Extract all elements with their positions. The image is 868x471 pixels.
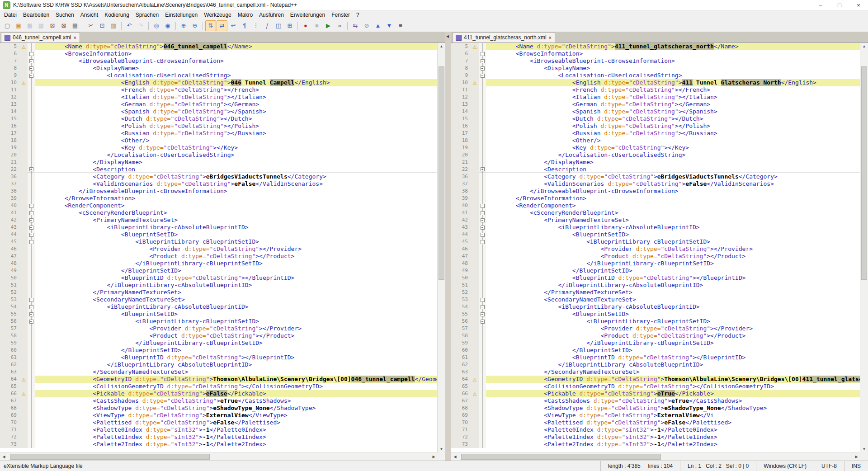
replace-button[interactable]: ◉ [162,20,173,31]
maximize-button[interactable]: □ [830,0,849,10]
save-button[interactable]: ▦ [24,20,35,31]
code-text[interactable]: <CollisionGeometryID d:type="cDeltaStrin… [486,383,860,390]
word-wrap-button[interactable]: ↩ [228,20,239,31]
fold-margin[interactable]: + [479,166,486,173]
code-text[interactable]: <Polish d:type="cDeltaString"></Polish> [486,122,860,130]
code-text[interactable]: <BlueprintSetID> [35,311,438,318]
fold-expand-box[interactable]: + [29,167,33,171]
redo-button[interactable]: ↷ [135,20,146,31]
code-text[interactable]: <Localisation-cUserLocalisedString> [486,72,860,79]
code-text[interactable]: <Key d:type="cDeltaString"></Key> [35,144,438,151]
tab-close-icon[interactable]: × [549,35,552,40]
code-text[interactable]: <Category d:type="cDeltaString">eBridges… [486,173,860,180]
compare-button[interactable]: ⇆ [350,20,361,31]
menu-item-ansicht[interactable]: Ansicht [77,11,101,19]
code-text[interactable]: <Provider d:type="cDeltaString"></Provid… [35,325,438,332]
scroll-right-button[interactable]: ▶ [853,453,860,461]
fold-collapse-box[interactable]: − [29,320,33,324]
scroll-left-button[interactable]: ◀ [451,453,459,461]
code-text[interactable]: <Italian d:type="cDeltaString"></Italian… [35,94,438,101]
scroll-down-button[interactable]: ▼ [438,446,445,453]
code-text[interactable]: <iBlueprintLibrary-cBlueprintSetID> [35,318,438,325]
code-text[interactable]: <Key d:type="cDeltaString"></Key> [486,144,860,151]
fold-collapse-box[interactable]: − [481,218,485,222]
fold-margin[interactable]: + [28,166,35,173]
code-text[interactable]: <GeometryID d:type="cDeltaString">Thomso… [35,376,438,383]
code-text[interactable]: <cSceneryRenderBlueprint> [486,209,860,217]
code-text[interactable]: <ViewType d:type="cDeltaString">External… [486,412,860,419]
code-text[interactable]: <Category d:type="cDeltaString">eBridges… [35,173,438,180]
horizontal-scrollbar-left[interactable]: ◀ ▶ [0,452,438,461]
code-text[interactable]: <iBrowseableBlueprint-cBrowseInformation… [486,57,860,65]
code-text[interactable]: <Polish d:type="cDeltaString"></Polish> [35,122,438,130]
code-text[interactable]: <Palette2Index d:type="sInt32">-1</Palet… [35,441,438,448]
code-text[interactable]: <Palettised d:type="cDeltaString">eFalse… [35,419,438,426]
close-window-button[interactable]: × [849,0,868,10]
code-text[interactable]: </SecondaryNamedTextureSet> [35,368,438,376]
code-text[interactable]: </Localisation-cUserLocalisedString> [35,151,438,159]
code-text[interactable]: <GeometryID d:type="cDeltaString">Thomso… [486,376,860,383]
code-text[interactable]: <Other/> [35,137,438,144]
fold-margin[interactable]: − [479,318,486,325]
new-file-button[interactable]: ▢ [2,20,13,31]
macro-play-button[interactable]: ▶ [323,20,334,31]
fold-margin[interactable]: − [28,57,35,65]
fold-margin[interactable]: − [479,72,486,79]
fold-collapse-box[interactable]: − [29,59,33,63]
code-text[interactable]: <Palette0Index d:type="sInt32">-1</Palet… [35,426,438,433]
fold-collapse-box[interactable]: − [481,312,485,316]
pane-splitter[interactable]: ◀ [445,32,451,461]
code-text[interactable]: </iBrowseableBlueprint-cBrowseInformatio… [35,188,438,195]
fold-collapse-box[interactable]: − [481,233,485,237]
fold-collapse-box[interactable]: − [29,312,33,316]
menu-item-werkzeuge[interactable]: Werkzeuge [201,11,234,19]
fold-expand-box[interactable]: + [481,167,485,171]
code-area-left[interactable]: 5⚠ <Name d:type="cDeltaString">046_tunne… [0,43,438,453]
code-text[interactable]: <Name d:type="cDeltaString">411_tunnel_g… [486,43,860,50]
code-text[interactable]: <BlueprintID d:type="cDeltaString"></Blu… [486,274,860,282]
code-text[interactable]: </iBlueprintLibrary-cAbsoluteBlueprintID… [35,361,438,368]
menu-item-sprachen[interactable]: Sprachen [132,11,162,19]
code-text[interactable]: </DisplayName> [486,159,860,166]
scrollbar-thumb[interactable] [10,454,210,460]
menu-item-einstellungen[interactable]: Einstellungen [162,11,201,19]
splitter-collapse-icon[interactable]: ◀ [446,34,449,38]
code-text[interactable]: </iBlueprintLibrary-cAbsoluteBlueprintID… [486,361,860,368]
scrollbar-thumb[interactable] [461,454,661,460]
fold-margin[interactable]: − [28,72,35,79]
compare-options-button[interactable]: ≡ [395,20,406,31]
menu-item-makro[interactable]: Makro [235,11,256,19]
function-list-button[interactable]: ƒ [262,20,273,31]
fold-margin[interactable]: − [479,224,486,231]
code-text[interactable]: <Pickable d:type="cDeltaString">eTrue</P… [486,390,860,397]
fold-margin[interactable]: − [479,303,486,311]
fold-collapse-box[interactable]: − [29,240,33,244]
code-text[interactable]: </BrowseInformation> [35,195,438,202]
code-text[interactable]: <Palette2Index d:type="sInt32">-1</Palet… [486,441,860,448]
show-all-characters-button[interactable]: ¶ [239,20,250,31]
code-text[interactable]: <Palette1Index d:type="sInt32">-1</Palet… [35,433,438,441]
fold-collapse-box[interactable]: − [481,305,485,309]
scroll-down-button[interactable]: ▼ [860,446,868,453]
undo-button[interactable]: ↶ [124,20,135,31]
fold-collapse-box[interactable]: − [481,226,485,230]
code-text[interactable]: </BlueprintSetID> [486,347,860,354]
code-text[interactable]: <Russian d:type="cDeltaString"></Russian… [35,130,438,137]
sync-horizontal-scroll-button[interactable]: ⇄ [217,20,227,31]
code-text[interactable]: <French d:type="cDeltaString"></French> [35,86,438,94]
code-text[interactable]: <ValidInScenarios d:type="cDeltaString">… [35,180,438,188]
code-text[interactable]: <cSceneryRenderBlueprint> [35,209,438,217]
code-text[interactable]: <French d:type="cDeltaString"></French> [486,86,860,94]
code-text[interactable]: <BlueprintSetID> [486,311,860,318]
vertical-scrollbar-left[interactable]: ▲ ▼ [437,43,445,453]
fold-collapse-box[interactable]: − [481,66,485,71]
code-text[interactable]: <iBlueprintLibrary-cAbsoluteBlueprintID> [35,224,438,231]
fold-collapse-box[interactable]: − [29,52,33,56]
code-text[interactable]: </BrowseInformation> [486,195,860,202]
fold-margin[interactable]: − [28,311,35,318]
code-text[interactable]: <Product d:type="cDeltaString"></Product… [486,332,860,339]
fold-collapse-box[interactable]: − [29,233,33,237]
code-text[interactable]: <iBlueprintLibrary-cAbsoluteBlueprintID> [35,303,438,311]
code-text[interactable]: </SecondaryNamedTextureSet> [486,368,860,376]
code-text[interactable]: <iBrowseableBlueprint-cBrowseInformation… [35,57,438,65]
